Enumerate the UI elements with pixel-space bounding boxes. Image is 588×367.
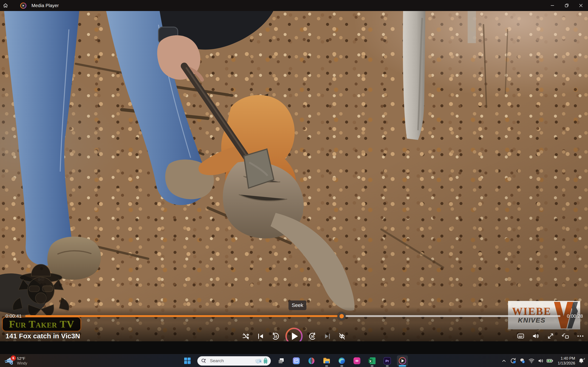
taskbar: 6 52°F Windy	[0, 354, 588, 367]
sync-update-tray-button[interactable]	[509, 356, 518, 365]
taskbar-clock[interactable]: 1:40 PM 1/13/2026	[558, 356, 575, 366]
widgets-button[interactable]	[291, 355, 302, 366]
copilot-icon	[307, 357, 316, 365]
earbuds-tray-button[interactable]	[518, 356, 527, 365]
premiere-pro-icon: Pr	[383, 357, 391, 365]
running-indicator	[340, 365, 343, 367]
mini-player-button[interactable]	[561, 332, 570, 341]
titlebar: Media Player	[0, 0, 588, 11]
svg-text:z: z	[584, 358, 585, 359]
system-tray: 1:40 PM 1/13/2026 z z	[499, 354, 586, 367]
search-input[interactable]	[209, 358, 255, 364]
excel-icon: X	[368, 357, 376, 365]
fox-tail	[271, 213, 355, 311]
time-remaining: 0:00:28	[567, 313, 583, 319]
search-box[interactable]	[197, 356, 271, 366]
minimize-icon	[550, 3, 555, 8]
tree-trunk	[403, 11, 476, 140]
task-view-button[interactable]	[276, 355, 287, 366]
now-playing-title: 141 Fox catch in Vic3N	[6, 332, 80, 340]
more-options-button[interactable]	[576, 332, 585, 341]
weather-temperature: 52°F	[17, 357, 27, 361]
copilot-button[interactable]	[306, 355, 317, 366]
video-frame-scene	[0, 11, 588, 341]
fullscreen-icon	[547, 332, 554, 340]
minimize-button[interactable]	[545, 0, 560, 11]
running-indicator	[371, 365, 373, 367]
volume-tray-button[interactable]	[536, 356, 545, 365]
seek-bar[interactable]	[25, 315, 561, 317]
file-explorer-icon	[322, 357, 331, 365]
shuffle-off-icon	[242, 332, 250, 340]
wifi-icon	[528, 357, 535, 364]
restore-button[interactable]	[560, 0, 574, 11]
chevron-up-icon	[501, 358, 507, 364]
svg-text:10: 10	[274, 335, 277, 338]
app-title: Media Player	[32, 3, 59, 8]
repeat-off-icon	[338, 332, 346, 340]
video-surface[interactable]: Fur Taker TV VIDEO-24/7 WIEBE KNIVES See…	[0, 11, 588, 341]
widgets-icon	[292, 357, 300, 365]
active-window-indicator	[399, 365, 406, 367]
mini-player-icon	[562, 332, 569, 340]
captions-icon	[517, 332, 525, 340]
person-left-leg	[4, 11, 79, 266]
rewind-10-button[interactable]: 10	[270, 331, 280, 341]
captions-button[interactable]	[516, 332, 525, 341]
svg-text:30: 30	[311, 335, 314, 338]
more-options-icon	[577, 332, 584, 340]
search-sparkle-icon	[201, 358, 207, 364]
restore-icon	[564, 3, 569, 8]
seek-progress-fill	[25, 315, 342, 317]
start-button[interactable]	[182, 355, 193, 366]
svg-text:∞: ∞	[355, 358, 359, 363]
earbuds-info-icon	[519, 357, 526, 364]
edge-button[interactable]	[336, 355, 347, 366]
fullscreen-button[interactable]	[546, 332, 555, 341]
seek-tooltip: Seek	[288, 300, 306, 310]
speaker-icon	[537, 357, 544, 364]
edge-icon	[338, 357, 346, 365]
file-explorer-button[interactable]	[321, 355, 332, 366]
wifi-tray-button[interactable]	[527, 356, 536, 365]
premiere-pro-button[interactable]: Pr	[382, 355, 393, 366]
battery-tray-button[interactable]	[545, 356, 554, 365]
home-button[interactable]	[0, 0, 11, 11]
previous-track-button[interactable]	[256, 331, 266, 341]
window-controls	[545, 0, 588, 11]
volume-icon	[532, 332, 540, 340]
close-icon	[578, 3, 583, 8]
sync-icon	[510, 357, 517, 364]
volume-button[interactable]	[531, 332, 540, 341]
desktop: { "app": { "name": "Media Player" }, "pl…	[0, 0, 588, 367]
excel-button[interactable]: X	[367, 355, 378, 366]
weather-condition: Windy	[17, 361, 27, 365]
travel-tickets-icon	[255, 357, 263, 364]
taskbar-center: ∞ X Pr	[182, 355, 410, 366]
loop-button[interactable]: ∞	[351, 355, 363, 366]
time-elapsed: 0:00:41	[6, 313, 22, 319]
svg-text:Pr: Pr	[385, 359, 389, 363]
do-not-disturb-bell-icon: z z	[578, 357, 585, 365]
home-icon	[3, 3, 8, 8]
media-player-taskbar-button[interactable]	[397, 355, 408, 366]
repeat-off-button[interactable]	[337, 331, 347, 341]
player-bottom-strip	[0, 341, 588, 354]
media-player-taskbar-icon	[398, 357, 406, 365]
forward-30-button[interactable]: 30	[308, 331, 318, 341]
shuffle-off-button[interactable]	[241, 331, 251, 341]
next-track-icon	[324, 333, 331, 340]
tray-chevron-button[interactable]	[499, 356, 509, 365]
seek-thumb[interactable]	[337, 312, 346, 320]
rewind-10-icon: 10	[271, 332, 280, 341]
luggage-icon	[263, 357, 268, 364]
notification-badge: 6	[10, 355, 16, 361]
clock-date: 1/13/2026	[558, 361, 575, 366]
clock-time: 1:40 PM	[558, 356, 575, 361]
notification-bell-button[interactable]: z z	[577, 356, 586, 365]
weather-widget[interactable]: 6 52°F Windy	[2, 354, 29, 367]
task-view-icon	[277, 357, 285, 365]
battery-charging-icon	[546, 357, 553, 364]
next-track-button-disabled[interactable]	[322, 331, 332, 341]
close-button[interactable]	[574, 0, 588, 11]
